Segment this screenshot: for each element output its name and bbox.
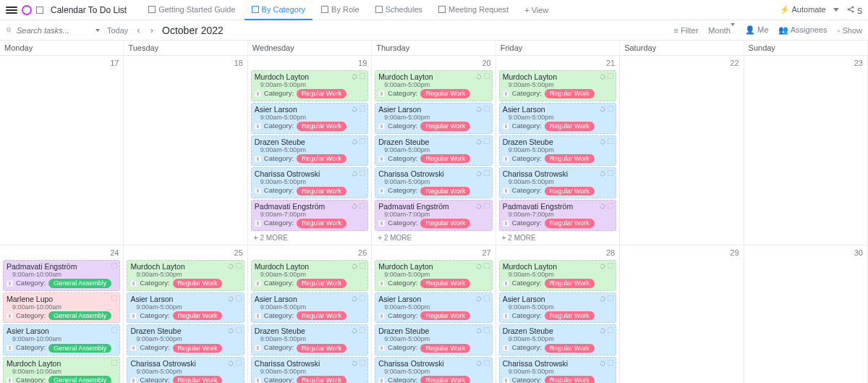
- me-filter[interactable]: 👤 Me: [745, 25, 768, 35]
- day-cell[interactable]: 27 Murdoch Layton9:00am-5:00pmCategory:R…: [372, 245, 495, 383]
- calendar-event[interactable]: Charissa Ostrowski9:00am-5:00pmCategory:…: [375, 357, 492, 383]
- calendar-event[interactable]: Charissa Ostrowski9:00am-5:00pmCategory:…: [499, 167, 616, 198]
- event-title: Asier Larson: [7, 327, 116, 335]
- more-events-button[interactable]: + 2 MORE: [375, 232, 492, 243]
- category-label: Category:: [264, 187, 294, 195]
- day-cell[interactable]: 22: [620, 56, 744, 245]
- calendar-event[interactable]: Drazen Steube9:00am-5:00pmCategory:Regul…: [251, 324, 368, 355]
- calendar-event[interactable]: Charissa Ostrowski9:00am-5:00pmCategory:…: [127, 357, 244, 383]
- chevron-down-icon[interactable]: [95, 29, 100, 32]
- day-cell[interactable]: 26 Murdoch Layton9:00am-5:00pmCategory:R…: [248, 245, 372, 383]
- day-cell[interactable]: 24 Padmavati Engström9:00am-10:00amCateg…: [0, 245, 124, 383]
- category-tag: Regular Work: [297, 122, 346, 130]
- expand-icon: [359, 295, 365, 301]
- calendar-event[interactable]: Murdoch Layton9:00am-5:00pmCategory:Regu…: [499, 70, 616, 101]
- search-input[interactable]: [15, 25, 93, 35]
- expand-icon: [236, 263, 242, 269]
- date-number: 22: [730, 59, 739, 67]
- calendar-event[interactable]: Marlene Lupo9:00am-10:00amCategory:Gener…: [3, 292, 120, 324]
- calendar-event[interactable]: Asier Larson9:00am-5:00pmCategory:Regula…: [499, 292, 616, 324]
- day-cell[interactable]: 18: [124, 56, 247, 245]
- date-number: 19: [358, 59, 367, 67]
- calendar-event[interactable]: Drazen Steube9:00am-5:00pmCategory:Regul…: [375, 324, 492, 355]
- day-header: Saturday: [620, 41, 744, 56]
- day-cell[interactable]: 25 Murdoch Layton9:00am-5:00pmCategory:R…: [124, 245, 247, 383]
- tab-label: By Category: [262, 5, 306, 14]
- category-tag: General Assembly: [48, 279, 111, 287]
- tab-schedules[interactable]: Schedules: [368, 0, 430, 20]
- tab-getting-started[interactable]: Getting Started Guide: [141, 0, 242, 20]
- filter-button[interactable]: ≡ Filter: [673, 26, 698, 35]
- day-cell[interactable]: 21 Murdoch Layton9:00am-5:00pmCategory:R…: [496, 56, 620, 245]
- assignees-filter[interactable]: 👥 Assignees: [778, 25, 827, 35]
- event-time: 9:00am-10:00am: [7, 368, 116, 375]
- category-tag: Regular Work: [420, 376, 470, 383]
- day-cell[interactable]: 30: [744, 245, 868, 383]
- expand-icon: [236, 327, 242, 333]
- next-month-button[interactable]: ›: [149, 25, 155, 35]
- calendar-event[interactable]: Murdoch Layton9:00am-10:00amCategory:Gen…: [3, 357, 120, 383]
- tab-meeting-request[interactable]: Meeting Request: [431, 0, 516, 20]
- day-cell[interactable]: 19 Murdoch Layton 9:00am-5:00pm Category…: [248, 56, 372, 245]
- calendar-event[interactable]: Asier Larson9:00am-10:00amCategory:Gener…: [3, 324, 120, 355]
- calendar-event[interactable]: Padmavati Engström9:00am-7:00pmCategory:…: [375, 200, 492, 231]
- event-title: Charissa Ostrowski: [503, 359, 613, 368]
- calendar-event[interactable]: Asier Larson9:00am-5:00pmCategory:Regula…: [499, 103, 616, 134]
- calendar-event[interactable]: Drazen Steube9:00am-5:00pmCategory:Regul…: [499, 324, 616, 355]
- prev-month-button[interactable]: ‹: [135, 25, 141, 35]
- day-cell[interactable]: 29: [620, 245, 744, 383]
- share-button[interactable]: S: [846, 5, 862, 15]
- category-label: Category:: [388, 344, 417, 352]
- calendar-event[interactable]: Murdoch Layton9:00am-5:00pmCategory:Regu…: [375, 260, 492, 291]
- calendar-event[interactable]: Padmavati Engström9:00am-7:00pmCategory:…: [499, 200, 616, 231]
- event-title: Drazen Steube: [255, 327, 365, 335]
- calendar-event[interactable]: Drazen Steube 9:00am-5:00pm Category:Reg…: [251, 135, 368, 167]
- show-button[interactable]: ◦ Show: [838, 26, 863, 35]
- calendar-event[interactable]: Asier Larson9:00am-5:00pmCategory:Regula…: [375, 103, 492, 134]
- category-icon: [503, 188, 509, 194]
- event-time: 9:00am-5:00pm: [503, 271, 613, 278]
- calendar-event[interactable]: Asier Larson9:00am-5:00pmCategory:Regula…: [127, 292, 244, 324]
- menu-icon[interactable]: [6, 4, 17, 16]
- calendar-event[interactable]: Charissa Ostrowski9:00am-5:00pmCategory:…: [499, 357, 616, 383]
- category-tag: General Assembly: [48, 344, 111, 353]
- expand-icon: [484, 170, 490, 176]
- more-events-button[interactable]: + 2 MORE: [251, 232, 368, 243]
- chevron-down-icon[interactable]: [833, 8, 839, 12]
- expand-icon: [608, 73, 613, 79]
- calendar-event[interactable]: Asier Larson9:00am-5:00pmCategory:Regula…: [251, 292, 368, 324]
- calendar-event[interactable]: Murdoch Layton9:00am-5:00pmCategory:Regu…: [127, 260, 244, 291]
- calendar-event[interactable]: Charissa Ostrowski9:00am-5:00pmCategory:…: [375, 167, 492, 198]
- tab-by-category[interactable]: By Category: [244, 0, 313, 20]
- calendar-event[interactable]: Murdoch Layton9:00am-5:00pmCategory:Regu…: [375, 70, 492, 101]
- calendar-event[interactable]: Asier Larson 9:00am-5:00pm Category:Regu…: [251, 103, 368, 134]
- calendar-event[interactable]: Padmavati Engström 9:00am-7:00pm Categor…: [251, 200, 368, 231]
- today-button[interactable]: Today: [107, 26, 128, 35]
- tab-by-role[interactable]: By Role: [314, 0, 367, 20]
- calendar-event[interactable]: Murdoch Layton9:00am-5:00pmCategory:Regu…: [251, 260, 368, 291]
- calendar-event[interactable]: Drazen Steube9:00am-5:00pmCategory:Regul…: [127, 324, 244, 355]
- calendar-event[interactable]: Murdoch Layton 9:00am-5:00pm Category:Re…: [251, 70, 368, 101]
- event-title: Drazen Steube: [378, 327, 488, 335]
- recur-icon: [228, 263, 234, 269]
- calendar-event[interactable]: Asier Larson9:00am-5:00pmCategory:Regula…: [375, 292, 492, 324]
- day-cell[interactable]: 28 Murdoch Layton9:00am-5:00pmCategory:R…: [496, 245, 620, 383]
- event-time: 9:00am-5:00pm: [255, 335, 365, 342]
- day-cell[interactable]: 17: [0, 56, 124, 245]
- calendar-event[interactable]: Drazen Steube9:00am-5:00pmCategory:Regul…: [499, 135, 616, 167]
- day-header: Wednesday: [248, 41, 372, 56]
- calendar-event[interactable]: Charissa Ostrowski 9:00am-5:00pm Categor…: [251, 167, 368, 198]
- day-cell[interactable]: 20 Murdoch Layton9:00am-5:00pmCategory:R…: [372, 56, 495, 245]
- calendar-event[interactable]: Drazen Steube9:00am-5:00pmCategory:Regul…: [375, 135, 492, 167]
- month-select[interactable]: Month: [708, 26, 735, 35]
- category-icon: [503, 91, 509, 97]
- add-view-button[interactable]: + View: [517, 6, 556, 14]
- day-cell[interactable]: 23: [744, 56, 868, 245]
- calendar-event[interactable]: Padmavati Engström9:00am-10:00amCategory…: [3, 260, 120, 291]
- calendar-event[interactable]: Charissa Ostrowski9:00am-5:00pmCategory:…: [251, 357, 368, 383]
- calendar-event[interactable]: Murdoch Layton9:00am-5:00pmCategory:Regu…: [499, 260, 616, 291]
- date-number: 23: [854, 59, 863, 67]
- more-events-button[interactable]: + 2 MORE: [499, 232, 616, 243]
- event-time: 9:00am-5:00pm: [378, 146, 488, 153]
- automate-button[interactable]: ⚡ Automate: [780, 5, 826, 14]
